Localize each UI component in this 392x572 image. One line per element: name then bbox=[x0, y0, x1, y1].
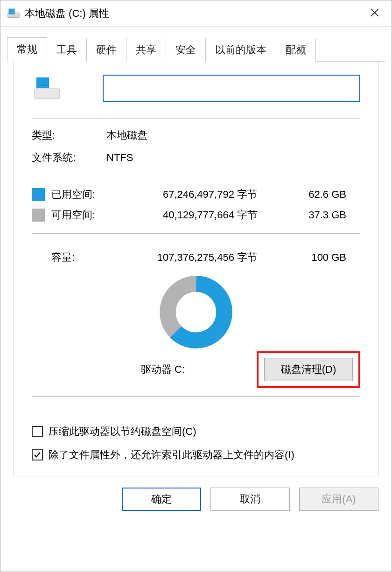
type-label: 类型: bbox=[32, 128, 106, 142]
disk-cleanup-button[interactable]: 磁盘清理(D) bbox=[264, 358, 353, 381]
drive-large-icon bbox=[34, 75, 61, 102]
capacity-gb: 100 GB bbox=[258, 251, 360, 264]
separator bbox=[32, 119, 360, 119]
type-row: 类型: 本地磁盘 bbox=[32, 128, 360, 142]
tab-general[interactable]: 常规 bbox=[7, 37, 47, 62]
close-button[interactable] bbox=[364, 6, 385, 21]
compress-checkbox[interactable] bbox=[32, 426, 43, 437]
free-gb: 37.3 GB bbox=[258, 209, 360, 221]
filesystem-label: 文件系统: bbox=[32, 151, 106, 165]
svg-rect-3 bbox=[9, 13, 15, 14]
drive-name-row bbox=[32, 75, 360, 102]
compress-checkbox-row: 压缩此驱动器以节约磁盘空间(C) bbox=[32, 425, 360, 439]
tabs: 常规 工具 硬件 共享 安全 以前的版本 配额 bbox=[7, 37, 385, 62]
filesystem-row: 文件系统: NTFS bbox=[32, 151, 360, 165]
usage-chart bbox=[32, 275, 360, 349]
filesystem-value: NTFS bbox=[106, 152, 133, 164]
used-gb: 62.6 GB bbox=[258, 188, 360, 201]
tab-hardware[interactable]: 硬件 bbox=[86, 38, 126, 62]
tab-sharing[interactable]: 共享 bbox=[126, 38, 166, 62]
tab-content: 类型: 本地磁盘 文件系统: NTFS 已用空间: 67,246,497,792… bbox=[14, 62, 378, 476]
type-value: 本地磁盘 bbox=[106, 128, 147, 142]
svg-rect-1 bbox=[9, 8, 13, 13]
separator bbox=[32, 178, 360, 178]
tab-quota[interactable]: 配额 bbox=[276, 38, 316, 62]
drive-icon bbox=[7, 7, 20, 20]
free-swatch bbox=[32, 209, 45, 222]
apply-button[interactable]: 应用(A) bbox=[299, 488, 378, 511]
capacity-bytes: 107,376,275,456 字节 bbox=[98, 251, 258, 265]
tabs-container: 常规 工具 硬件 共享 安全 以前的版本 配额 类型: 本地磁盘 文件系统: bbox=[0, 27, 392, 476]
capacity-label: 容量: bbox=[51, 251, 98, 265]
tab-tools[interactable]: 工具 bbox=[47, 38, 87, 62]
compress-label: 压缩此驱动器以节约磁盘空间(C) bbox=[49, 425, 196, 439]
svg-rect-2 bbox=[13, 8, 15, 13]
tab-previous-versions[interactable]: 以前的版本 bbox=[205, 38, 276, 62]
drive-label: 驱动器 C: bbox=[32, 363, 257, 377]
tab-security[interactable]: 安全 bbox=[166, 38, 206, 62]
used-label: 已用空间: bbox=[51, 188, 118, 202]
drive-row: 驱动器 C: 磁盘清理(D) bbox=[32, 351, 360, 388]
cancel-button[interactable]: 取消 bbox=[210, 488, 290, 511]
free-space-row: 可用空间: 40,129,777,664 字节 37.3 GB bbox=[32, 208, 360, 222]
used-bytes: 67,246,497,792 字节 bbox=[118, 188, 258, 202]
svg-rect-6 bbox=[35, 89, 60, 99]
svg-rect-9 bbox=[36, 86, 49, 88]
svg-rect-8 bbox=[45, 77, 49, 86]
window-title: 本地磁盘 (C:) 属性 bbox=[25, 7, 364, 21]
ok-button[interactable]: 确定 bbox=[122, 488, 201, 511]
index-label: 除了文件属性外，还允许索引此驱动器上文件的内容(I) bbox=[49, 448, 294, 462]
used-swatch bbox=[32, 188, 45, 201]
svg-rect-7 bbox=[36, 77, 45, 86]
disk-cleanup-highlight: 磁盘清理(D) bbox=[257, 351, 360, 388]
index-checkbox[interactable] bbox=[32, 449, 43, 460]
dialog-footer: 确定 取消 应用(A) bbox=[0, 476, 392, 522]
separator bbox=[32, 396, 360, 397]
used-space-row: 已用空间: 67,246,497,792 字节 62.6 GB bbox=[32, 188, 360, 202]
index-checkbox-row: 除了文件属性外，还允许索引此驱动器上文件的内容(I) bbox=[32, 448, 360, 462]
separator bbox=[32, 233, 360, 234]
properties-window: 本地磁盘 (C:) 属性 常规 工具 硬件 共享 安全 以前的版本 配额 类型: bbox=[0, 0, 392, 572]
free-bytes: 40,129,777,664 字节 bbox=[118, 208, 258, 222]
titlebar: 本地磁盘 (C:) 属性 bbox=[0, 0, 392, 27]
donut-chart bbox=[159, 275, 233, 349]
drive-name-input[interactable] bbox=[103, 75, 360, 102]
capacity-row: 容量: 107,376,275,456 字节 100 GB bbox=[32, 251, 360, 265]
free-label: 可用空间: bbox=[51, 208, 118, 222]
